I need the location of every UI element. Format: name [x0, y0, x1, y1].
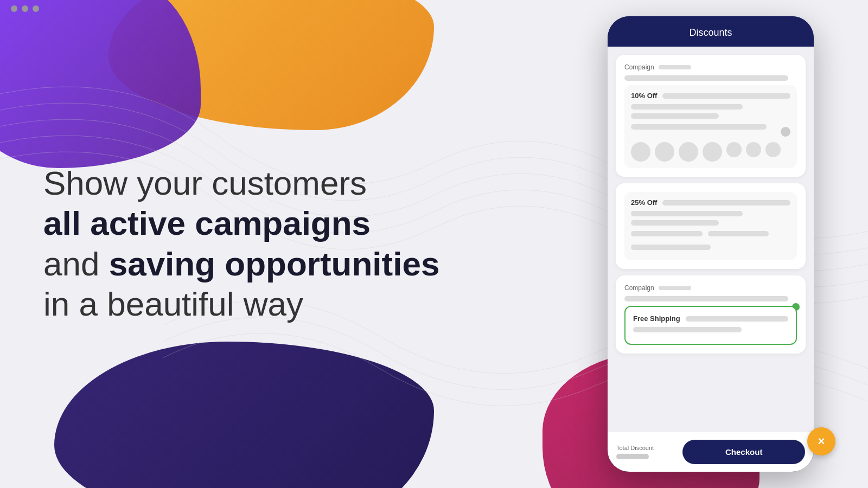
campaign-label-row-3: Compaign [624, 284, 797, 292]
hero-line2: all active campaigns [43, 204, 439, 244]
free-shipping-label: Free Shipping [633, 314, 680, 323]
skeleton-inline-10 [662, 93, 790, 99]
skeleton-line-1a [624, 75, 788, 81]
circle-dot-1 [631, 142, 650, 162]
hero-line3: and saving opportunities [43, 244, 439, 284]
hero-line4: in a beautiful way [43, 284, 439, 324]
discount-badge-10: 10% Off [631, 92, 657, 100]
nav-dot-2 [22, 5, 28, 12]
total-discount-section: Total Discount [616, 445, 676, 459]
checkout-button[interactable]: Checkout [682, 440, 805, 464]
skeleton-line-2b [631, 220, 719, 226]
nav-dot-1 [11, 5, 17, 12]
circle-dots-row [631, 142, 790, 162]
campaign-card-3: Compaign Free Shipping [616, 275, 806, 354]
bg-blob-purple [0, 0, 201, 168]
nav-dots [11, 5, 39, 12]
skeleton-inline-25 [662, 200, 790, 206]
close-fab-button[interactable]: × [807, 427, 835, 455]
skeleton-inline-fs [686, 316, 788, 322]
close-icon: × [818, 435, 825, 447]
circle-dot-7 [765, 142, 781, 157]
skeleton-line-1d [631, 124, 767, 130]
bg-blob-bottom-purple [54, 342, 434, 488]
circle-dot-5 [726, 142, 742, 157]
phone-body[interactable]: Compaign 10% Off [608, 47, 814, 432]
skeleton-line-2d [708, 231, 769, 236]
skeleton-line-3b [633, 327, 742, 332]
toggle-dot [781, 127, 790, 137]
circle-dot-2 [655, 142, 674, 162]
free-shipping-card: Free Shipping [624, 306, 797, 345]
hero-text: Show your customers all active campaigns… [43, 163, 439, 325]
free-shipping-row: Free Shipping [633, 314, 788, 323]
skeleton-line-3a [624, 296, 788, 301]
phone-mockup: Discounts Compaign 10% Off [608, 16, 814, 472]
circle-dot-4 [703, 142, 722, 162]
nav-dot-3 [33, 5, 39, 12]
hero-line1: Show your customers [43, 163, 439, 203]
skeleton-line-2a [631, 211, 743, 216]
discount-badge-25: 25% Off [631, 198, 657, 207]
total-discount-value [616, 454, 649, 459]
hero-line3-bold: saving opportunities [109, 245, 440, 282]
hero-line3-prefix: and [43, 245, 109, 282]
campaign-label-3: Compaign [624, 284, 654, 292]
skeleton-tag-1 [659, 65, 691, 69]
discount-row-25off: 25% Off [631, 198, 790, 207]
circle-dot-3 [679, 142, 698, 162]
skeleton-line-1b [631, 104, 743, 110]
skeleton-line-2c [631, 231, 703, 236]
campaign-label-row-1: Compaign [624, 63, 797, 71]
skeleton-line-2e [631, 245, 711, 250]
circle-dot-6 [746, 142, 761, 157]
phone-header-title: Discounts [618, 27, 803, 38]
phone-frame: Discounts Compaign 10% Off [608, 16, 814, 472]
campaign-card-1: Compaign 10% Off [616, 55, 806, 177]
discount-row-10off: 10% Off [631, 92, 790, 100]
total-discount-label: Total Discount [616, 445, 676, 451]
phone-footer: Total Discount Checkout [608, 432, 814, 472]
campaign-card-2: 25% Off [616, 183, 806, 269]
phone-header: Discounts [608, 16, 814, 47]
skeleton-line-1c [631, 113, 719, 119]
skeleton-tag-3 [659, 286, 691, 290]
campaign-label-1: Compaign [624, 63, 654, 71]
